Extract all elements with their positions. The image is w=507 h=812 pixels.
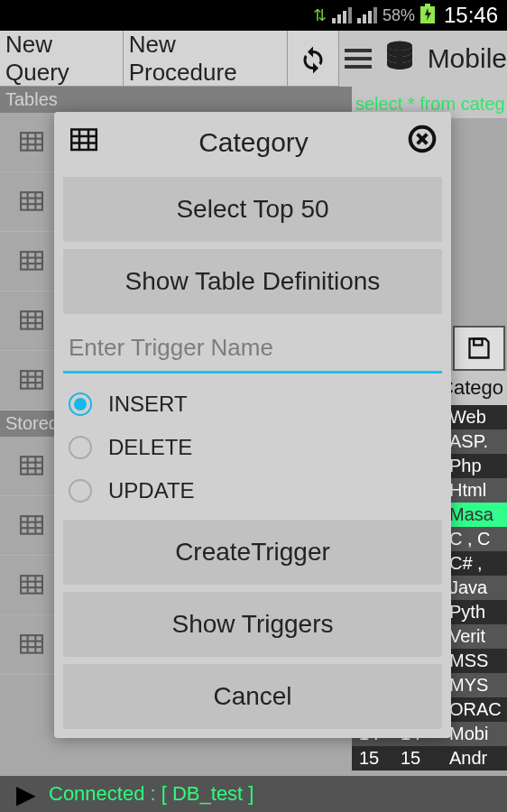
table-icon [18,190,45,214]
radio-delete[interactable]: DELETE [63,426,442,469]
table-icon [18,131,45,154]
table-icon [18,455,45,478]
signal-icon [332,7,352,23]
data-cell[interactable]: Php [442,454,507,478]
app-title: Mobile [428,43,507,74]
show-triggers-button[interactable]: Show Triggers [63,592,442,657]
svg-rect-54 [71,130,97,151]
table-icon [69,127,99,158]
battery-icon [420,4,435,28]
radio-icon [69,479,92,503]
table-icon [18,369,45,392]
svg-rect-13 [21,252,42,270]
table-icon [18,309,45,333]
menu-icon[interactable] [345,49,372,69]
svg-rect-28 [21,457,42,475]
data-cell[interactable]: ORAC [442,697,507,722]
data-cell[interactable]: Andr [442,746,507,770]
close-icon [408,125,437,153]
select-top-button[interactable]: Select Top 50 [63,177,442,242]
radio-label: INSERT [108,392,188,417]
app-header: Mobile [339,31,507,87]
radio-icon [69,436,92,459]
data-cell[interactable]: Pyth [442,600,507,624]
svg-rect-18 [21,311,42,329]
close-button[interactable] [408,124,437,161]
radio-label: UPDATE [108,478,195,503]
data-cell[interactable]: Mobi [442,722,507,746]
show-definitions-button[interactable]: Show Table Definitions [63,249,442,314]
radio-icon [69,392,92,416]
svg-rect-1 [425,4,430,6]
sync-icon: ⇅ [313,5,327,25]
refresh-icon [297,42,329,75]
svg-rect-43 [21,635,42,653]
cancel-button[interactable]: Cancel [63,664,442,729]
battery-pct: 58% [383,6,415,25]
table-icon [18,514,45,538]
radio-label: DELETE [108,435,192,460]
data-cell[interactable]: Web [442,405,507,429]
save-icon [466,336,492,361]
clock: 15:46 [444,3,498,28]
svg-rect-3 [21,133,42,151]
new-query-button[interactable]: New Query [0,31,124,87]
data-cell[interactable]: Verit [442,624,507,649]
trigger-type-radiogroup: INSERT DELETE UPDATE [63,383,442,512]
table-icon [18,250,45,273]
toolbar: New Query New Procedure Mobile [0,31,507,87]
android-status-bar: ⇅ 58% 15:46 [0,0,507,31]
radio-update[interactable]: UPDATE [63,469,442,512]
svg-rect-33 [21,516,42,534]
data-cell[interactable]: Java [442,576,507,600]
connection-status-bar: ▶ Connected : [ DB_test ] [0,776,507,812]
create-trigger-button[interactable]: CreateTrigger [63,520,442,585]
data-cell[interactable]: ASP. [442,429,507,454]
svg-point-2 [387,42,412,51]
data-cell[interactable]: C# , [442,551,507,576]
data-cell[interactable]: C , C [442,527,507,551]
table-icon [18,633,45,657]
tables-header: Tables [0,87,352,113]
database-icon [381,38,419,79]
data-cell[interactable]: MSS [442,649,507,673]
signal-icon [357,7,377,23]
svg-rect-53 [474,339,482,346]
trigger-name-input[interactable] [63,314,442,374]
table-actions-dialog: Category Select Top 50 Show Table Defini… [54,112,451,738]
table-icon [18,574,45,597]
svg-rect-8 [21,192,42,210]
radio-insert[interactable]: INSERT [63,383,442,426]
play-icon[interactable]: ▶ [16,780,36,809]
svg-rect-23 [21,371,42,389]
new-procedure-button[interactable]: New Procedure [124,31,288,87]
svg-rect-38 [21,576,42,594]
dialog-title: Category [99,127,408,158]
data-cell[interactable]: Html [442,478,507,503]
connection-text: Connected : [ DB_test ] [49,782,254,806]
data-cell[interactable]: 1515 [352,746,442,770]
data-cell[interactable]: MYS [442,673,507,697]
save-button[interactable] [453,326,505,371]
refresh-button[interactable] [288,31,339,87]
data-cell[interactable]: Masa [442,503,507,527]
